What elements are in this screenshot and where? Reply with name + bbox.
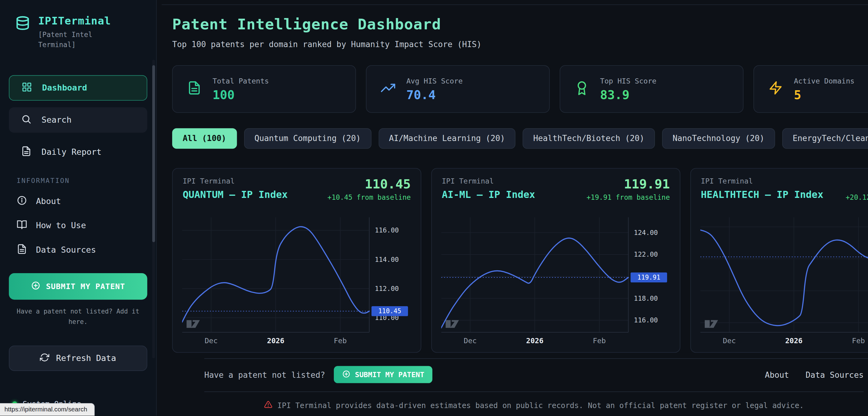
chart-last-value: 110.45	[328, 177, 411, 191]
filter-nanotechnology[interactable]: NanoTechnology (20)	[662, 128, 775, 149]
svg-text:Dec: Dec	[723, 337, 736, 345]
app-logo: IPITerminal [Patent Intel Terminal]	[0, 0, 156, 50]
sidebar-item-search[interactable]: Search	[9, 107, 147, 133]
svg-text:2026: 2026	[785, 337, 803, 345]
chart-source-label: IPI Terminal	[183, 177, 288, 185]
sidebar-nav: Dashboard Search Daily Report	[0, 75, 156, 165]
stat-value: 83.9	[600, 88, 656, 101]
sidebar-section-label: INFORMATION	[17, 177, 156, 185]
app-root: IPITerminal [Patent Intel Terminal] Dash…	[0, 0, 868, 416]
footer-submit-patent-button[interactable]: SUBMIT MY PATENT	[334, 366, 432, 383]
line-chart-ai-ml[interactable]: 124.00122.00118.00116.00119.91Dec2026Feb	[441, 217, 671, 348]
filter-all[interactable]: All (100)	[172, 128, 237, 149]
sidebar-item-label: Daily Report	[42, 147, 102, 157]
file-icon	[17, 244, 27, 257]
sidebar-item-label: Search	[42, 115, 72, 125]
tradingview-logo	[187, 320, 200, 328]
filter-quantum-computing[interactable]: Quantum Computing (20)	[244, 128, 371, 149]
sidebar-item-dashboard[interactable]: Dashboard	[9, 75, 147, 101]
sidebar-item-how-to-use[interactable]: How to Use	[0, 213, 156, 238]
refresh-data-button[interactable]: Refresh Data	[9, 346, 147, 371]
trend-up-icon	[381, 81, 395, 97]
stat-label: Top HIS Score	[600, 76, 656, 85]
chart-header: IPI Terminal AI-ML — IP Index 119.91 +19…	[432, 169, 680, 201]
footer-divider	[204, 391, 864, 392]
stat-card-active-domains: Active Domains 5	[753, 65, 868, 112]
plus-circle-icon	[342, 370, 350, 380]
chart-header: IPI Terminal QUANTUM — IP Index 110.45 +…	[173, 169, 421, 201]
stat-card-avg-his: Avg HIS Score 70.4	[366, 65, 550, 112]
chart-title: HEALTHTECH — IP Index	[701, 189, 823, 200]
svg-text:2026: 2026	[267, 337, 284, 345]
book-icon	[17, 219, 27, 232]
stat-label: Active Domains	[794, 76, 855, 85]
disclaimer-text: IPI Terminal provides data-driven estima…	[278, 401, 804, 410]
zap-icon	[769, 81, 783, 97]
svg-text:124.00: 124.00	[634, 229, 658, 237]
svg-text:110.45: 110.45	[378, 307, 401, 315]
search-icon	[21, 114, 32, 127]
submit-caption: Have a patent not listed? Add it here.	[17, 307, 140, 327]
browser-link-preview: https://ipiterminal.com/search	[0, 403, 94, 416]
stat-value: 100	[213, 88, 269, 101]
stat-label: Avg HIS Score	[406, 76, 463, 85]
sidebar-item-daily-report[interactable]: Daily Report	[9, 139, 147, 165]
svg-text:112.00: 112.00	[375, 285, 399, 292]
sidebar-scrollbar-thumb[interactable]	[152, 65, 155, 242]
chart-title: AI-ML — IP Index	[442, 189, 535, 200]
line-chart-healthtech[interactable]: 122.00120.00118.00116.00120.12Dec2026Feb	[700, 217, 868, 348]
refresh-data-label: Refresh Data	[56, 353, 116, 363]
svg-text:122.00: 122.00	[634, 250, 658, 258]
sidebar-item-about[interactable]: About	[0, 189, 156, 214]
svg-text:116.00: 116.00	[634, 316, 658, 324]
footer: Have a patent not listed? SUBMIT MY PATE…	[204, 358, 868, 410]
submit-patent-button[interactable]: SUBMIT MY PATENT	[9, 273, 147, 300]
chart-source-label: IPI Terminal	[442, 177, 535, 185]
domain-filters: All (100) Quantum Computing (20) AI/Mach…	[172, 128, 868, 149]
svg-text:Dec: Dec	[464, 337, 476, 345]
award-icon	[575, 81, 589, 97]
svg-text:116.00: 116.00	[375, 227, 399, 234]
footer-link-about[interactable]: About	[765, 370, 789, 379]
sidebar-item-label: Data Sources	[36, 245, 96, 255]
svg-text:2026: 2026	[526, 337, 544, 345]
main-content: Patent Intelligence Dashboard Top 100 pa…	[157, 0, 868, 416]
stats-row: Total Patents 100 Avg HIS Score 70.4 T	[172, 65, 868, 112]
chart-card-quantum: IPI Terminal QUANTUM — IP Index 110.45 +…	[172, 168, 421, 353]
chart-title: QUANTUM — IP Index	[183, 189, 288, 200]
page-title: Patent Intelligence Dashboard	[172, 15, 482, 33]
database-icon	[14, 15, 31, 34]
top-divider	[162, 4, 868, 5]
report-icon	[21, 146, 32, 159]
footer-link-data-sources[interactable]: Data Sources	[806, 370, 863, 379]
filter-energytech[interactable]: EnergyTech/CleanTech (20)	[782, 128, 868, 149]
filter-healthtech[interactable]: HealthTech/Biotech (20)	[523, 128, 655, 149]
index-charts-row: IPI Terminal QUANTUM — IP Index 110.45 +…	[172, 168, 868, 353]
line-chart-quantum[interactable]: 116.00114.00112.00110.00110.45Dec2026Feb	[182, 217, 411, 348]
warning-triangle-icon	[264, 401, 272, 411]
chart-card-ai-ml: IPI Terminal AI-ML — IP Index 119.91 +19…	[431, 168, 680, 353]
refresh-icon	[40, 352, 50, 364]
stat-card-total-patents: Total Patents 100	[172, 65, 356, 112]
svg-text:119.91: 119.91	[638, 274, 660, 281]
svg-text:Feb: Feb	[593, 337, 606, 345]
chart-change: +19.91 from baseline	[587, 193, 670, 201]
stat-card-top-his: Top HIS Score 83.9	[560, 65, 743, 112]
info-icon	[17, 195, 27, 208]
stat-label: Total Patents	[213, 76, 269, 85]
disclaimer: IPI Terminal provides data-driven estima…	[204, 401, 864, 411]
footer-prompt: Have a patent not listed?	[204, 370, 325, 379]
chart-header: IPI Terminal HEALTHTECH — IP Index 120.1…	[691, 169, 868, 201]
app-subtitle: [Patent Intel Terminal]	[38, 30, 103, 50]
chart-change: +10.45 from baseline	[328, 193, 411, 201]
plus-circle-icon	[31, 281, 40, 292]
submit-patent-label: SUBMIT MY PATENT	[46, 282, 125, 291]
file-icon	[187, 81, 202, 97]
sidebar-item-data-sources[interactable]: Data Sources	[0, 238, 156, 263]
chart-last-value: 120.12	[846, 177, 868, 191]
filter-ai-ml[interactable]: AI/Machine Learning (20)	[378, 128, 516, 149]
page-subtitle: Top 100 patents per domain ranked by Hum…	[172, 40, 482, 49]
app-title: IPITerminal	[38, 14, 111, 27]
chart-source-label: IPI Terminal	[701, 177, 823, 185]
stat-value: 70.4	[406, 88, 463, 101]
